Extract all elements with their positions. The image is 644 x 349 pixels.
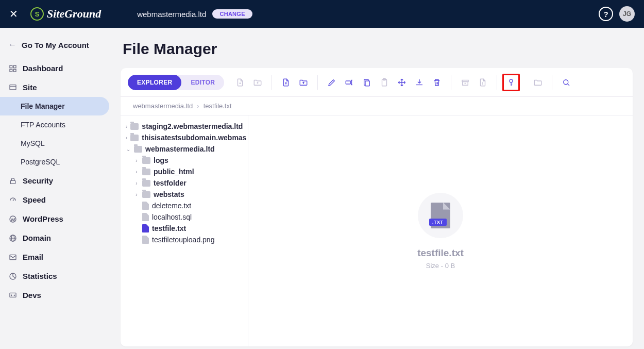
tree-folder[interactable]: thisisatestsubdomain.webmas: [125, 132, 244, 143]
toolbar: EXPLORER EDITOR: [121, 68, 633, 97]
tree-item-label: webstats: [154, 190, 184, 198]
tree-item-label: localhost.sql: [152, 213, 192, 221]
file-icon: [142, 224, 149, 232]
lock-icon: [8, 177, 18, 185]
logo-text: SiteGround: [47, 7, 101, 21]
file-icon: [142, 236, 149, 244]
user-avatar[interactable]: JG: [619, 6, 635, 22]
file-manager-panel: EXPLORER EDITOR: [121, 68, 633, 346]
file-icon: [142, 213, 149, 221]
folder-upload-icon[interactable]: [295, 74, 312, 91]
chevron-icon: [126, 146, 131, 152]
archive-icon[interactable]: [456, 74, 474, 91]
breadcrumb-item[interactable]: webmastermedia.ltd: [133, 102, 193, 110]
chevron-icon: [134, 180, 139, 186]
sidebar-item-statistics[interactable]: Statistics: [0, 267, 111, 286]
tree-item-label: logs: [154, 156, 168, 164]
search-icon[interactable]: [557, 74, 575, 91]
tree-folder[interactable]: public_html: [125, 166, 244, 177]
svg-point-35: [564, 79, 568, 84]
folder-icon: [130, 123, 139, 130]
svg-rect-3: [13, 69, 16, 72]
sidebar-sub-mysql[interactable]: MySQL: [0, 134, 109, 153]
tree-file[interactable]: localhost.sql: [125, 211, 244, 223]
preview-filename: testfile.txt: [417, 247, 464, 259]
tab-explorer[interactable]: EXPLORER: [128, 75, 181, 90]
devs-icon: [8, 291, 18, 300]
svg-rect-0: [10, 65, 12, 68]
site-icon: [8, 84, 18, 92]
folder-icon: [130, 135, 139, 141]
breadcrumb-item[interactable]: testfile.txt: [204, 102, 232, 110]
permissions-icon[interactable]: [502, 74, 520, 91]
delete-icon[interactable]: [428, 74, 446, 91]
tree-item-label: webmastermedia.ltd: [145, 145, 215, 153]
wordpress-icon: [8, 215, 18, 223]
svg-rect-1: [13, 65, 16, 68]
copy-icon[interactable]: [358, 74, 376, 91]
move-icon[interactable]: [393, 74, 411, 91]
chevron-icon: [134, 158, 139, 163]
tree-folder[interactable]: staging2.webmastermedia.ltd: [125, 121, 244, 132]
sidebar-item-speed[interactable]: Speed: [0, 190, 111, 209]
tree-item-label: testfolder: [154, 179, 187, 187]
sidebar-item-wordpress[interactable]: WordPress: [0, 209, 111, 228]
sidebar-sub-postgresql[interactable]: PostgreSQL: [0, 153, 109, 171]
speed-icon: [8, 196, 18, 204]
close-icon[interactable]: ✕: [9, 8, 18, 20]
sidebar-item-security[interactable]: Security: [0, 171, 111, 190]
folder-icon[interactable]: [529, 74, 547, 91]
sidebar-item-domain[interactable]: Domain: [0, 228, 111, 247]
download-icon[interactable]: [411, 74, 428, 91]
main-content: File Manager EXPLORER EDITOR: [111, 28, 644, 349]
tab-editor[interactable]: EDITOR: [181, 75, 224, 90]
file-tree: staging2.webmastermedia.ltdthisisatestsu…: [121, 115, 248, 346]
brand-logo[interactable]: S SiteGround: [30, 7, 101, 21]
change-site-button[interactable]: CHANGE: [212, 9, 252, 19]
file-preview: .TXT testfile.txt Size - 0 B: [248, 115, 633, 346]
sidebar: ← Go To My Account Dashboard Site File M…: [0, 28, 111, 349]
file-upload-icon[interactable]: [277, 74, 295, 91]
svg-line-36: [568, 84, 569, 85]
go-to-account-link[interactable]: ← Go To My Account: [0, 37, 111, 59]
page-title: File Manager: [123, 40, 633, 58]
chevron-icon: [134, 192, 139, 197]
edit-icon[interactable]: [323, 74, 341, 91]
sidebar-sub-ftp[interactable]: FTP Accounts: [0, 115, 109, 134]
extract-icon[interactable]: [474, 74, 492, 91]
tree-item-label: thisisatestsubdomain.webmas: [142, 134, 246, 142]
breadcrumb: webmastermedia.ltd › testfile.txt: [121, 97, 633, 115]
svg-point-31: [510, 79, 513, 82]
sidebar-item-email[interactable]: Email: [0, 247, 111, 267]
topbar: ✕ S SiteGround webmastermedia.ltd CHANGE…: [0, 0, 644, 28]
help-icon[interactable]: ?: [599, 7, 613, 21]
chevron-icon: [126, 135, 127, 141]
paste-icon[interactable]: [376, 74, 393, 91]
sidebar-item-devs[interactable]: Devs: [0, 286, 111, 305]
tree-file[interactable]: deleteme.txt: [125, 200, 244, 211]
svg-rect-13: [10, 293, 16, 297]
sidebar-sub-file-manager[interactable]: File Manager: [0, 97, 109, 115]
folder-icon: [134, 146, 142, 153]
folder-icon: [142, 169, 150, 175]
tree-file[interactable]: testfile.txt: [125, 223, 244, 234]
svg-rect-22: [365, 81, 369, 86]
sidebar-item-dashboard[interactable]: Dashboard: [0, 59, 111, 78]
new-folder-icon[interactable]: [249, 74, 266, 91]
tree-item-label: staging2.webmastermedia.ltd: [142, 122, 243, 130]
svg-rect-2: [10, 69, 12, 72]
file-icon: [142, 202, 149, 210]
tree-folder[interactable]: logs: [125, 155, 244, 166]
sidebar-item-site[interactable]: Site: [0, 78, 111, 97]
grid-icon: [8, 64, 18, 73]
tree-folder[interactable]: testfolder: [125, 177, 244, 189]
tree-folder[interactable]: webmastermedia.ltd: [125, 143, 244, 155]
tree-file[interactable]: testfiletoupload.png: [125, 234, 244, 245]
new-file-icon[interactable]: [231, 74, 249, 91]
tree-folder[interactable]: webstats: [125, 189, 244, 200]
file-type-icon: .TXT: [418, 193, 463, 238]
preview-filesize: Size - 0 B: [426, 262, 455, 270]
rename-icon[interactable]: [341, 74, 358, 91]
stats-icon: [8, 272, 18, 280]
chevron-icon: [134, 169, 139, 175]
